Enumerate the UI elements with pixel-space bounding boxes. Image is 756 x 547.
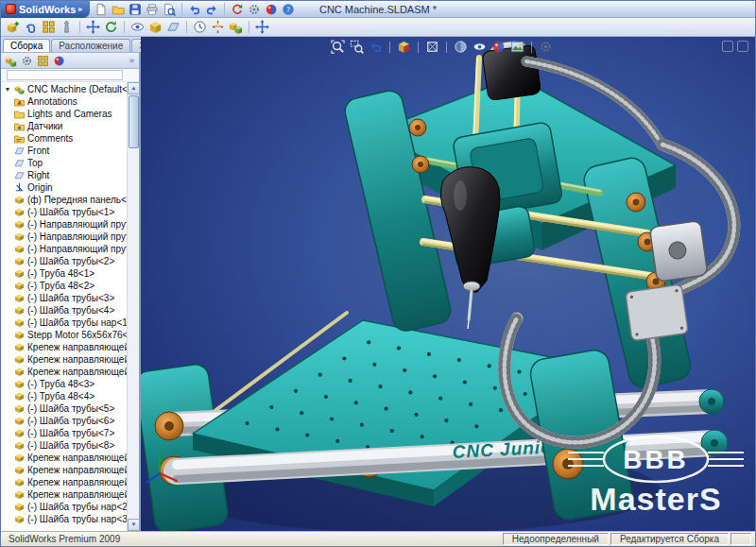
tree-item[interactable]: (-) Труба 48<2> <box>1 280 127 292</box>
scroll-down-icon[interactable]: ▼ <box>128 519 140 531</box>
feature-manager-tab-icon[interactable] <box>4 54 18 68</box>
exploded-view-icon[interactable] <box>210 19 226 35</box>
help-icon[interactable]: ? <box>281 2 296 17</box>
tree-item[interactable]: AAnnotations <box>1 95 127 108</box>
assembly-features-icon[interactable] <box>147 19 163 35</box>
tree-item[interactable]: (-) Труба 48<1> <box>1 267 127 280</box>
move-component-icon[interactable] <box>85 19 101 35</box>
options-icon[interactable] <box>247 2 262 17</box>
tree-scrollbar[interactable]: ▲ ▼ <box>127 82 139 531</box>
new-motion-study-icon[interactable] <box>192 19 208 35</box>
tree-item[interactable]: Origin <box>1 181 127 194</box>
insert-components-icon[interactable] <box>5 19 21 35</box>
tree-item[interactable]: (-) Шайба трубы<6> <box>1 415 127 427</box>
section-view-icon[interactable] <box>396 39 412 55</box>
view-settings-icon[interactable] <box>538 39 554 55</box>
save-icon[interactable] <box>128 2 143 17</box>
linear-component-pattern-icon[interactable] <box>41 19 57 35</box>
show-hidden-components-icon[interactable] <box>129 19 146 35</box>
viewport-mini-icon-2[interactable] <box>737 41 748 52</box>
scroll-thumb[interactable] <box>129 95 139 148</box>
tree-item-label: (-) Шайба трубы<3> <box>27 293 114 303</box>
configuration-manager-tab-icon[interactable] <box>36 54 50 68</box>
svg-text:?: ? <box>286 6 290 14</box>
tree-item[interactable]: (-) Шайба трубы<7> <box>1 427 127 439</box>
tree-item[interactable]: Stepp Motor 56x56x76<1> <box>1 329 127 341</box>
tree-item[interactable]: (-) Направляющий прут 16 <box>1 218 127 231</box>
undo-icon[interactable] <box>187 2 202 17</box>
tree-item[interactable]: (ф) Передняя панель<2> <box>1 194 127 206</box>
tree-item[interactable]: Датчики <box>1 120 127 132</box>
tree-item[interactable]: Front <box>1 145 127 157</box>
apply-scene-icon[interactable] <box>509 39 525 55</box>
print-preview-icon[interactable] <box>162 2 177 17</box>
menu-expand-icon[interactable]: ▸ <box>78 5 82 13</box>
tree-item[interactable]: ▾CNC Machine (Default<Defa <box>1 83 127 95</box>
tree-item[interactable]: (-) Шайба трубы нар<1> <box>1 316 127 329</box>
mate-icon[interactable] <box>23 19 39 35</box>
instant3d-icon[interactable] <box>254 19 270 35</box>
open-document-icon[interactable] <box>111 2 126 17</box>
tree-item[interactable]: (-) Шайба трубы<8> <box>1 439 127 452</box>
tree-item[interactable]: (-) Труба 48<3> <box>1 378 127 390</box>
tree-item[interactable]: Comments <box>1 132 127 145</box>
tree-expander-icon[interactable]: ▾ <box>4 85 11 94</box>
tree-item[interactable]: Top <box>1 157 127 169</box>
model-right-stepper[interactable] <box>649 220 708 282</box>
zoom-to-fit-icon[interactable] <box>330 39 346 55</box>
plane-icon <box>14 170 25 180</box>
tab-layout[interactable]: Расположение <box>51 39 130 52</box>
part-icon <box>14 219 25 230</box>
tree-item[interactable]: (-) Направляющий прут 16 <box>1 231 127 243</box>
tree-item[interactable]: (-) Шайба трубы нар<2> <box>1 501 127 513</box>
tree-item[interactable]: (-) Шайба трубы<3> <box>1 292 127 304</box>
tree-item[interactable]: Крепеж направляющей 1< <box>1 366 127 378</box>
watermark-top: BBB <box>623 445 689 474</box>
tree-item[interactable]: (-) Труба 48<4> <box>1 390 127 402</box>
zoom-to-area-icon[interactable] <box>349 39 365 55</box>
tree-item[interactable]: (-) Шайба трубы<2> <box>1 255 127 267</box>
tree-item[interactable]: Lights and Cameras <box>1 108 127 120</box>
headsup-view-toolbar <box>330 39 554 55</box>
tree-item[interactable]: (-) Направляющий прут 16 <box>1 243 127 255</box>
panel-overflow-chevrons[interactable]: » <box>129 56 136 65</box>
scroll-up-icon[interactable]: ▲ <box>128 82 140 94</box>
hide-show-items-icon[interactable] <box>472 39 488 55</box>
tree-item[interactable]: (-) Шайба трубы<4> <box>1 304 127 316</box>
rebuild-icon[interactable] <box>230 2 245 17</box>
new-document-icon[interactable] <box>94 2 109 17</box>
edit-appearance-icon[interactable] <box>490 39 507 55</box>
solidworks-logo[interactable]: SolidWorks ▸ <box>1 1 90 18</box>
tree-item[interactable]: Крепеж направляющей 1< <box>1 452 127 464</box>
cnc-model[interactable]: CNC Junior Master <box>141 37 755 531</box>
tree-item[interactable]: Крепеж направляющей 1< <box>1 476 127 488</box>
tree-item[interactable]: (-) Шайба трубы<5> <box>1 402 127 415</box>
tree-item[interactable]: Крепеж направляющей 1< <box>1 464 127 476</box>
view-orientation-icon[interactable] <box>424 39 440 55</box>
viewport-mini-icon-1[interactable] <box>722 41 733 52</box>
tree-filter-input[interactable] <box>7 70 123 80</box>
edit-color-icon[interactable] <box>264 2 279 17</box>
redo-icon[interactable] <box>204 2 219 17</box>
print-icon[interactable] <box>145 2 160 17</box>
interference-detection-icon[interactable] <box>228 19 244 35</box>
display-style-icon[interactable] <box>453 39 469 55</box>
tree-item[interactable]: Крепеж направляющей 1< <box>1 353 127 366</box>
toolbar-separator <box>124 21 125 33</box>
model-junction-box[interactable] <box>626 284 689 341</box>
tree-item-label: Front <box>27 145 49 156</box>
smart-fasteners-icon[interactable] <box>59 19 75 35</box>
rotate-component-icon[interactable] <box>103 19 119 35</box>
tree-item[interactable]: (-) Шайба трубы нар<3> <box>1 513 127 525</box>
tree-item[interactable]: Крепеж направляющей 1< <box>1 488 127 501</box>
tree-item[interactable]: (-) Шайба трубы<1> <box>1 206 127 218</box>
property-manager-tab-icon[interactable] <box>20 54 34 68</box>
tab-assembly[interactable]: Сборка <box>3 39 50 52</box>
previous-view-icon[interactable] <box>368 39 384 55</box>
part-icon <box>14 489 25 500</box>
reference-geometry-icon[interactable] <box>165 19 181 35</box>
tree-item[interactable]: Крепеж направляющей 1< <box>1 341 127 353</box>
display-manager-tab-icon[interactable] <box>52 54 66 68</box>
graphics-viewport[interactable]: CNC Junior Master <box>141 37 755 531</box>
tree-item[interactable]: Right <box>1 169 127 181</box>
